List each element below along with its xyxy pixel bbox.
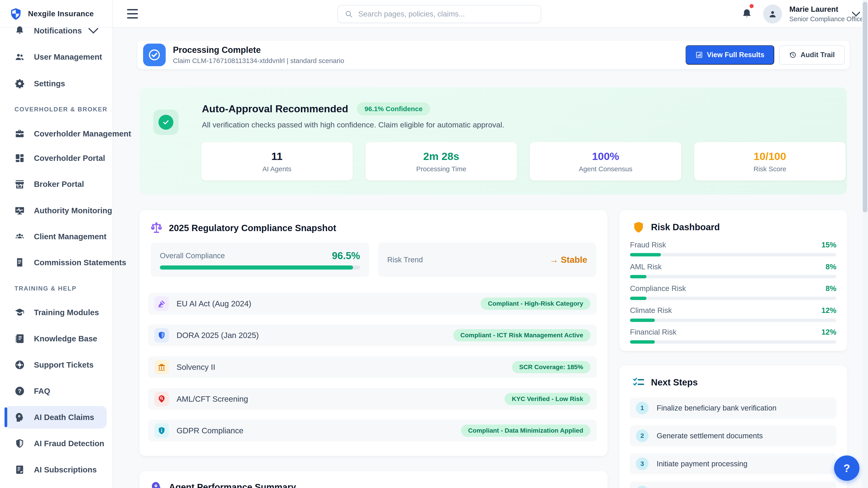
sidebar-section-coverholder-broker: COVERHOLDER & BROKER — [14, 103, 107, 116]
sidebar-section-training-help: TRAINING & HELP — [14, 282, 76, 295]
status-badge: Compliant - ICT Risk Management Active — [453, 329, 591, 341]
sidebar-item-commission-statements[interactable]: Commission Statements — [4, 251, 107, 274]
sidebar-item-label: Coverholder Management — [34, 129, 131, 138]
sidebar-item-authority-monitoring[interactable]: Authority Monitoring — [4, 199, 107, 222]
next-step-item[interactable]: 1 Finalize beneficiary bank verification — [630, 398, 836, 418]
briefcase-icon — [14, 129, 25, 139]
overall-compliance-value: 96.5% — [332, 250, 360, 261]
view-full-results-button[interactable]: View Full Results — [686, 45, 774, 65]
graduation-cap-icon — [14, 307, 25, 318]
page-title: Processing Complete — [173, 45, 344, 55]
sidebar: Nexgile Insurance Notifications User Man… — [0, 0, 113, 488]
sidebar-item-ai-death-claims[interactable]: AI Death Claims — [4, 406, 107, 429]
risk-row: Climate Risk12% — [630, 306, 836, 315]
risk-row: AML Risk8% — [630, 263, 836, 271]
help-fab-button[interactable]: ? — [834, 455, 860, 481]
next-step-item[interactable]: 2 Generate settlement documents — [630, 425, 836, 446]
monitor-pulse-icon — [14, 205, 25, 216]
gavel-icon — [157, 299, 166, 308]
bank-icon — [157, 363, 166, 371]
sidebar-item-label: AI Death Claims — [34, 413, 94, 422]
sidebar-item-settings[interactable]: Settings — [4, 72, 107, 95]
stat-ai-agents: 11 AI Agents — [201, 142, 352, 181]
person-icon — [768, 9, 778, 19]
brand-name: Nexgile Insurance — [28, 9, 94, 18]
step-number: 4 — [636, 486, 649, 488]
approval-check-icon — [153, 109, 179, 135]
compliance-item-aml-cft[interactable]: AML/CFT Screening KYC Verified - Low Ris… — [148, 388, 597, 410]
status-badge: SCR Coverage: 185% — [512, 361, 590, 373]
sidebar-item-ai-fraud-detection[interactable]: AI Fraud Detection — [4, 432, 107, 455]
sidebar-item-label: User Management — [34, 53, 102, 61]
next-step-item[interactable]: 3 Initiate payment processing — [630, 453, 836, 474]
sidebar-item-notifications[interactable]: Notifications — [4, 20, 107, 42]
chevron-down-icon — [88, 26, 98, 36]
notifications-bell-icon[interactable] — [741, 8, 752, 20]
shield-icon — [157, 331, 166, 339]
stat-processing-time: 2m 28s Processing Time — [366, 142, 517, 181]
card-title: Next Steps — [651, 377, 698, 387]
sidebar-item-knowledge-base[interactable]: Knowledge Base — [4, 327, 107, 350]
sidebar-item-label: Notifications — [34, 26, 82, 35]
check-circle-icon — [143, 43, 166, 66]
compliance-item-solvency[interactable]: Solvency II SCR Coverage: 185% — [148, 356, 597, 378]
status-badge: KYC Verified - Low Risk — [504, 393, 590, 405]
card-title: 2025 Regulatory Compliance Snapshot — [169, 223, 336, 233]
topbar: Search pages, policies, claims... Marie … — [113, 0, 868, 28]
sidebar-item-user-management[interactable]: User Management — [4, 46, 107, 68]
menu-toggle-button[interactable] — [127, 9, 138, 19]
sidebar-item-label: Training Modules — [34, 308, 99, 317]
chevron-down-icon[interactable] — [852, 11, 860, 17]
risk-progressbar — [630, 319, 836, 322]
sidebar-item-label: Settings — [34, 79, 65, 88]
compliance-item-eu-ai-act[interactable]: EU AI Act (Aug 2024) Compliant - High-Ri… — [148, 293, 597, 315]
sidebar-item-label: Commission Statements — [34, 258, 126, 267]
people-group-icon — [14, 231, 25, 242]
risk-progressbar — [630, 297, 836, 300]
risk-progressbar — [630, 253, 836, 256]
search-icon — [345, 10, 353, 18]
sidebar-item-label: Authority Monitoring — [34, 206, 112, 215]
sidebar-item-client-management[interactable]: Client Management — [4, 225, 107, 248]
brand-shield-icon — [9, 7, 22, 21]
scrollbar-thumb[interactable] — [863, 2, 867, 213]
lifebuoy-icon — [14, 360, 25, 370]
risk-row: Compliance Risk8% — [630, 284, 836, 293]
checklist-icon — [632, 376, 645, 388]
claim-id-subtitle: Claim CLM-1767108113134-xtddvnlrl | stan… — [173, 57, 344, 65]
sidebar-item-label: Knowledge Base — [34, 334, 97, 343]
processing-complete-card: Processing Complete Claim CLM-1767108113… — [137, 41, 850, 69]
ai-head-icon — [14, 412, 25, 422]
search-pin-icon — [157, 395, 166, 403]
history-clock-icon — [789, 51, 796, 59]
search-placeholder: Search pages, policies, claims... — [358, 10, 465, 18]
agent-performance-card: Agent Performance Summary — [140, 471, 608, 488]
global-search-input[interactable]: Search pages, policies, claims... — [338, 5, 541, 23]
next-step-item[interactable]: 4 Archive audit package for compliance — [630, 482, 836, 488]
sidebar-item-coverholder-portal[interactable]: Coverholder Portal — [4, 147, 107, 169]
confidence-badge: 96.1% Confidence — [357, 102, 430, 116]
audit-trail-button[interactable]: Audit Trail — [779, 45, 845, 65]
sidebar-item-label: Coverholder Portal — [34, 154, 105, 163]
risk-row: Fraud Risk15% — [630, 240, 836, 249]
sidebar-item-ai-subscriptions[interactable]: AI Subscriptions — [4, 458, 107, 481]
sidebar-item-training-modules[interactable]: Training Modules — [4, 301, 107, 324]
avatar[interactable] — [763, 4, 782, 24]
sidebar-item-label: Support Tickets — [34, 360, 94, 369]
sidebar-item-broker-portal[interactable]: Broker Portal — [4, 173, 107, 195]
auto-approval-banner: Auto-Approval Recommended 96.1% Confiden… — [140, 88, 847, 195]
app-screen: Nexgile Insurance Notifications User Man… — [0, 0, 868, 488]
notification-badge — [749, 3, 754, 9]
card-title: Risk Dashboard — [651, 222, 720, 232]
sidebar-item-support-tickets[interactable]: Support Tickets — [4, 354, 107, 376]
risk-trend-value: → Stable — [550, 255, 587, 265]
compliance-item-dora[interactable]: DORA 2025 (Jan 2025) Compliant - ICT Ris… — [148, 324, 597, 346]
step-number: 3 — [636, 457, 649, 470]
sidebar-item-coverholder-management[interactable]: Coverholder Management — [4, 123, 107, 145]
sidebar-item-faq[interactable]: ? FAQ — [4, 380, 107, 402]
compliance-item-gdpr[interactable]: GDPR Compliance Compliant - Data Minimiz… — [148, 420, 597, 442]
next-steps-card: Next Steps 1 Finalize beneficiary bank v… — [619, 365, 847, 488]
status-badge: Compliant - Data Minimization Applied — [461, 424, 590, 437]
question-circle-icon: ? — [14, 386, 25, 396]
page-scrollbar[interactable] — [862, 0, 868, 488]
